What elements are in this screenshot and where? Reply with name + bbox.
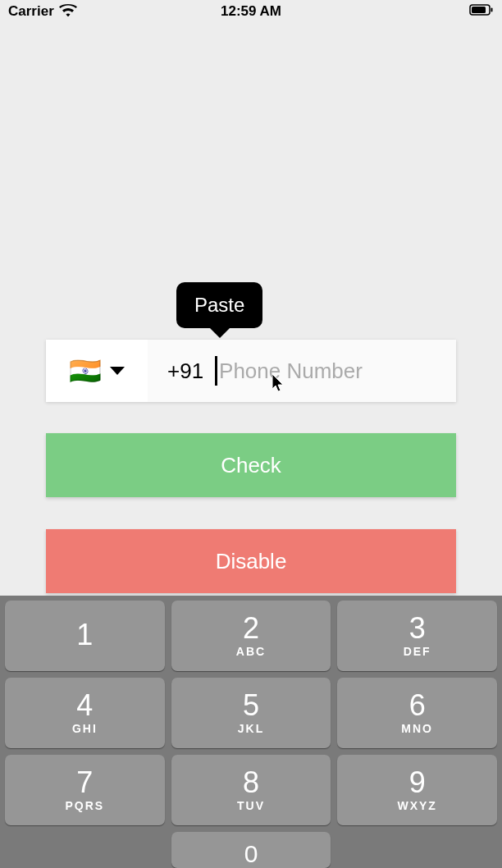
key-digit: 5 bbox=[243, 691, 259, 720]
disable-button-label: Disable bbox=[216, 549, 287, 574]
keyboard-row: 1 2 ABC 3 DEF bbox=[5, 601, 497, 671]
chevron-down-icon bbox=[110, 367, 125, 375]
wifi-icon bbox=[59, 3, 77, 21]
key-letters: TUV bbox=[237, 799, 265, 812]
key-5[interactable]: 5 JKL bbox=[171, 678, 331, 748]
key-letters: WXYZ bbox=[397, 799, 436, 812]
disable-button[interactable]: Disable bbox=[46, 529, 456, 593]
key-digit: 8 bbox=[243, 768, 259, 797]
status-bar-left: Carrier bbox=[8, 3, 77, 21]
key-blank bbox=[5, 832, 165, 868]
svg-rect-1 bbox=[472, 7, 486, 13]
phone-number-input[interactable] bbox=[219, 359, 456, 384]
key-letters: GHI bbox=[72, 722, 98, 735]
phone-input-container: 🇮🇳 +91 bbox=[46, 340, 456, 402]
status-bar-right bbox=[469, 3, 494, 20]
key-blank bbox=[337, 832, 497, 868]
key-letters: DEF bbox=[404, 645, 431, 658]
check-button[interactable]: Check bbox=[46, 433, 456, 497]
key-digit: 3 bbox=[409, 614, 426, 643]
key-digit: 0 bbox=[244, 842, 258, 866]
key-digit: 7 bbox=[76, 768, 93, 797]
status-bar-time: 12:59 AM bbox=[221, 3, 281, 20]
numeric-keyboard: 1 2 ABC 3 DEF 4 GHI 5 JKL 6 MNO 7 PQRS bbox=[0, 596, 502, 868]
phone-field-wrapper bbox=[215, 356, 456, 386]
country-flag-icon: 🇮🇳 bbox=[69, 355, 102, 386]
key-9[interactable]: 9 WXYZ bbox=[337, 755, 497, 825]
country-selector[interactable]: 🇮🇳 bbox=[46, 340, 148, 402]
battery-icon bbox=[469, 3, 494, 20]
key-1[interactable]: 1 bbox=[5, 601, 165, 671]
keyboard-row: 7 PQRS 8 TUV 9 WXYZ bbox=[5, 755, 497, 825]
key-letters: JKL bbox=[238, 722, 264, 735]
keyboard-row: 4 GHI 5 JKL 6 MNO bbox=[5, 678, 497, 748]
key-8[interactable]: 8 TUV bbox=[171, 755, 331, 825]
check-button-label: Check bbox=[221, 453, 281, 478]
carrier-label: Carrier bbox=[8, 3, 54, 20]
key-letters: ABC bbox=[236, 645, 266, 658]
key-digit: 6 bbox=[409, 691, 426, 720]
mouse-pointer-icon bbox=[272, 374, 287, 397]
dial-code-label: +91 bbox=[148, 359, 215, 384]
key-3[interactable]: 3 DEF bbox=[337, 601, 497, 671]
key-letters: PQRS bbox=[65, 799, 104, 812]
key-4[interactable]: 4 GHI bbox=[5, 678, 165, 748]
key-digit: 1 bbox=[76, 620, 93, 650]
keyboard-row: 0 bbox=[5, 832, 497, 868]
key-0[interactable]: 0 bbox=[171, 832, 331, 868]
key-letters: MNO bbox=[401, 722, 433, 735]
key-6[interactable]: 6 MNO bbox=[337, 678, 497, 748]
svg-rect-2 bbox=[491, 8, 493, 12]
text-cursor bbox=[215, 356, 217, 386]
paste-tooltip[interactable]: Paste bbox=[176, 282, 262, 328]
paste-tooltip-label: Paste bbox=[194, 294, 244, 316]
key-digit: 4 bbox=[76, 691, 93, 720]
status-bar: Carrier 12:59 AM bbox=[0, 0, 502, 23]
key-7[interactable]: 7 PQRS bbox=[5, 755, 165, 825]
key-digit: 2 bbox=[243, 614, 259, 643]
key-digit: 9 bbox=[409, 768, 426, 797]
key-2[interactable]: 2 ABC bbox=[171, 601, 331, 671]
